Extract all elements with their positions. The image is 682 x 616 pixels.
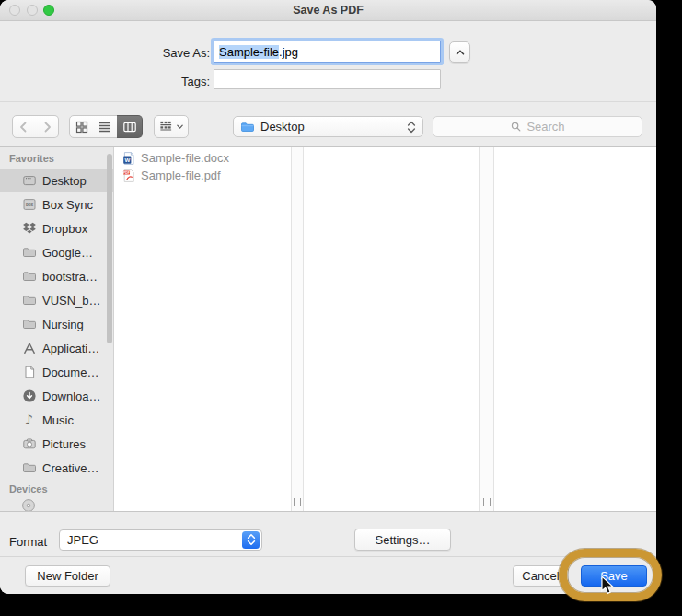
column-resize-handle[interactable]	[483, 498, 491, 506]
location-value: Desktop	[260, 120, 407, 134]
tags-label: Tags:	[109, 75, 210, 88]
chevron-up-icon	[453, 45, 468, 60]
dropbox-icon	[21, 221, 37, 236]
sidebar-item-music[interactable]: ♪Music	[0, 408, 113, 432]
favorites-list: Desktop Box Sync Dropbox Google… bootstr…	[0, 169, 113, 480]
sidebar-item-label: Docume…	[42, 366, 98, 379]
sidebar-item-label: Google…	[42, 246, 93, 260]
sidebar-item-box-sync[interactable]: Box Sync	[0, 192, 113, 216]
list-view-icon	[98, 120, 112, 134]
column-view-button[interactable]	[117, 115, 143, 138]
applications-icon	[21, 341, 37, 355]
sidebar-item-label: bootstra…	[42, 270, 98, 284]
list-view-button[interactable]	[93, 115, 118, 138]
camera-icon	[21, 436, 37, 451]
column-resize-handle[interactable]	[294, 498, 301, 506]
save-as-label: Save As:	[109, 46, 210, 60]
sidebar-item-label: Pictures	[42, 437, 86, 451]
mouse-cursor-icon	[600, 575, 615, 596]
folder-icon	[21, 293, 37, 308]
disk-icon	[21, 498, 36, 511]
up-down-chevrons-icon	[407, 120, 416, 134]
folder-icon	[21, 245, 37, 260]
save-dialog-window: Save As PDF Save As: Sample-file.jpg Tag…	[0, 0, 656, 594]
filename-extension-text: .jpg	[279, 45, 298, 59]
chevron-left-icon	[17, 120, 31, 134]
search-icon	[510, 121, 523, 134]
sidebar-item-device-clipped[interactable]	[21, 498, 36, 511]
window-title: Save As PDF	[0, 4, 656, 17]
document-icon	[21, 365, 37, 379]
settings-button[interactable]: Settings…	[354, 529, 451, 551]
location-popup[interactable]: Desktop	[233, 116, 423, 137]
format-value: JPEG	[67, 533, 98, 547]
sidebar-item-vusn[interactable]: VUSN_b…	[0, 288, 113, 312]
folder-icon	[21, 460, 37, 475]
sidebar-item-downloads[interactable]: Downloa…	[0, 384, 113, 408]
tags-input[interactable]	[214, 69, 441, 89]
sidebar-item-nursing[interactable]: Nursing	[0, 312, 113, 336]
sidebar-item-pictures[interactable]: Pictures	[0, 432, 113, 456]
sidebar-item-documents[interactable]: Docume…	[0, 360, 113, 384]
folder-icon	[21, 317, 37, 331]
sidebar-item-dropbox[interactable]: Dropbox	[0, 216, 113, 240]
file-row-pdf[interactable]: Sample-file.pdf	[114, 167, 291, 184]
cancel-button-label: Cancel	[522, 569, 559, 583]
file-browser: Favorites Desktop Box Sync Dropbox Googl…	[0, 147, 656, 511]
sidebar-item-creative[interactable]: Creative…	[0, 456, 113, 480]
new-folder-button[interactable]: New Folder	[25, 565, 110, 587]
sidebar: Favorites Desktop Box Sync Dropbox Googl…	[0, 147, 114, 511]
folder-icon	[21, 269, 37, 284]
sidebar-item-label: Music	[42, 413, 74, 427]
chevron-down-icon	[176, 122, 184, 131]
box-icon	[21, 197, 37, 212]
sidebar-item-label: Applicati…	[42, 342, 99, 355]
blue-folder-icon	[240, 120, 255, 134]
desktop-icon	[21, 173, 37, 188]
download-icon	[21, 389, 37, 403]
word-doc-icon	[121, 151, 136, 166]
sidebar-item-label: Box Sync	[42, 198, 93, 212]
forward-button[interactable]	[35, 115, 59, 138]
sidebar-item-desktop[interactable]: Desktop	[0, 169, 113, 192]
new-folder-button-label: New Folder	[37, 569, 98, 583]
arrange-menu-button[interactable]	[154, 115, 189, 138]
format-label: Format	[9, 535, 47, 549]
title-bar: Save As PDF	[0, 0, 656, 21]
filename-selected-text: Sample-file	[219, 45, 279, 59]
sidebar-item-label: Dropbox	[42, 222, 87, 236]
filename-input[interactable]: Sample-file.jpg	[214, 41, 441, 63]
file-row-docx[interactable]: Sample-file.docx	[114, 149, 291, 167]
search-input[interactable]: Search	[433, 116, 642, 137]
column-divider	[479, 147, 494, 511]
settings-button-label: Settings…	[376, 533, 431, 547]
sidebar-scrollbar[interactable]	[107, 154, 112, 343]
sidebar-item-label: Creative…	[42, 461, 98, 475]
sidebar-item-applications[interactable]: Applicati…	[0, 336, 113, 360]
arrange-icon	[159, 120, 173, 134]
column-view-icon	[122, 120, 137, 134]
sidebar-item-google[interactable]: Google…	[0, 240, 113, 264]
file-list-column: Sample-file.docx Sample-file.pdf	[114, 149, 291, 184]
sidebar-item-label: Nursing	[42, 318, 84, 331]
favorites-header: Favorites	[9, 153, 54, 164]
icon-view-button[interactable]	[69, 115, 94, 138]
chevron-right-icon	[40, 120, 54, 134]
sidebar-item-label: Desktop	[42, 174, 87, 188]
devices-header: Devices	[9, 483, 48, 494]
sidebar-item-bootstrap[interactable]: bootstra…	[0, 264, 113, 288]
file-name: Sample-file.docx	[141, 151, 229, 165]
file-name: Sample-file.pdf	[141, 169, 221, 182]
up-down-stepper-icon	[242, 531, 260, 549]
music-note-icon: ♪	[21, 413, 37, 427]
expand-dialog-button[interactable]	[449, 41, 470, 63]
back-button[interactable]	[12, 115, 36, 138]
sidebar-item-label: Downloa…	[42, 389, 101, 403]
grid-view-icon	[75, 120, 89, 134]
column-divider	[291, 147, 304, 511]
pdf-doc-icon	[121, 169, 136, 183]
format-popup[interactable]: JPEG	[59, 529, 262, 551]
search-placeholder: Search	[526, 120, 564, 134]
sidebar-item-label: VUSN_b…	[42, 294, 101, 308]
